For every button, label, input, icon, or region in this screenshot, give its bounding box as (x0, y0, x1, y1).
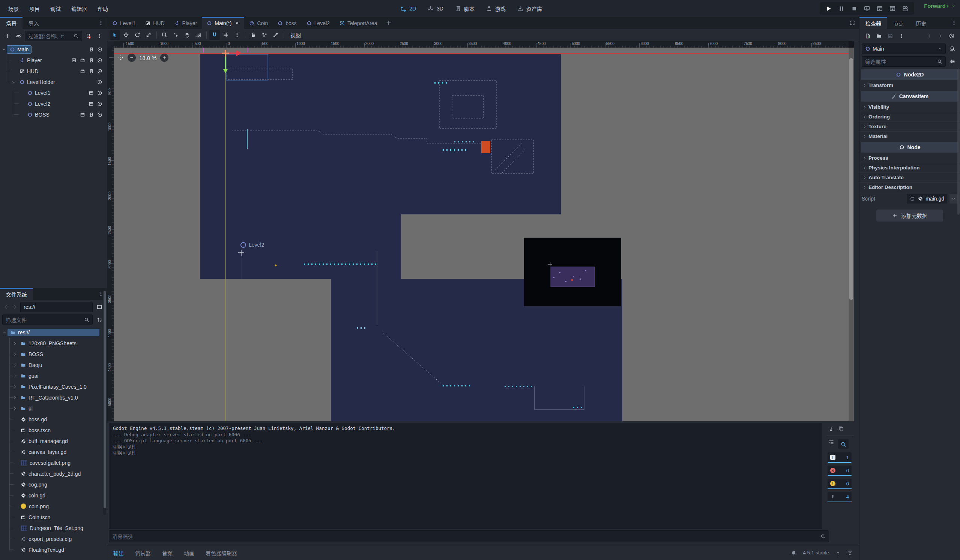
tab-import[interactable]: 导入 (22, 17, 45, 29)
scene-icon[interactable] (88, 90, 94, 96)
scene-tab-boss[interactable]: boss (273, 17, 302, 29)
bottom-tab-3[interactable]: 动画 (184, 549, 194, 557)
scene-icon[interactable] (80, 58, 85, 63)
clear-log-icon[interactable] (828, 426, 834, 432)
group-editor-description[interactable]: Editor Description (859, 183, 960, 192)
add-node-button[interactable] (2, 31, 13, 41)
fs-item-res---[interactable]: res:// (2, 327, 106, 338)
expand-arrow[interactable] (2, 47, 7, 52)
eye-icon[interactable] (97, 80, 102, 85)
fs-item-120x80-pngsheets[interactable]: 120x80_PNGSheets (2, 338, 106, 349)
fs-item-floatingtext-gd[interactable]: FloatingText.gd (2, 544, 106, 555)
workspace-脚本[interactable]: 脚本 (451, 3, 478, 14)
viewport-vertical-scrollbar[interactable] (849, 48, 854, 421)
group-process[interactable]: Process (859, 153, 960, 163)
menu-0[interactable]: 场景 (4, 3, 23, 14)
viewport-canvas[interactable]: 18.0 % Level2 (114, 48, 849, 421)
play-button[interactable] (824, 4, 834, 13)
group-visibility[interactable]: Visibility (859, 102, 960, 112)
workspace-游戏[interactable]: 游戏 (482, 3, 509, 14)
renderer-select[interactable]: Forward+ (924, 3, 955, 9)
new-resource-button[interactable] (862, 31, 873, 41)
lock-selected-button[interactable] (248, 30, 258, 40)
group-texture[interactable]: Texture (859, 122, 960, 132)
scene-icon[interactable] (88, 101, 94, 107)
scene-tree-menu-button[interactable] (94, 31, 105, 41)
edited-node-selector[interactable]: Main (862, 43, 946, 54)
expand-arrow[interactable] (2, 330, 8, 335)
expand-arrow[interactable] (12, 396, 18, 400)
rotate-tool[interactable] (132, 30, 142, 40)
scene-icon[interactable] (80, 112, 85, 117)
move-tool[interactable] (121, 30, 131, 40)
add-metadata-button[interactable]: 添加元数据 (876, 209, 943, 222)
scene-tab-level2[interactable]: Level2 (302, 17, 334, 29)
inspector-forward-button[interactable] (935, 31, 946, 41)
scene-tab-hud[interactable]: HUD (140, 17, 169, 29)
movie-maker-button[interactable] (900, 4, 910, 13)
inspector-scrollbar[interactable] (957, 69, 960, 215)
eye-icon[interactable] (97, 112, 102, 117)
scene-filter-input[interactable]: 过滤器:名称、t: (25, 31, 82, 41)
fs-item-cog-png[interactable]: cog.png (2, 479, 106, 490)
scene-tab-main[interactable]: Main(*) (202, 17, 244, 29)
eye-icon[interactable] (97, 58, 102, 63)
expand-arrow[interactable] (12, 406, 18, 411)
zoom-percent-label[interactable]: 18.0 % (139, 55, 157, 61)
filter-editor-toggle[interactable]: 4 (827, 492, 851, 502)
log-search-button[interactable] (838, 439, 849, 449)
fs-item-character-body-2d-gd[interactable]: character_body_2d.gd (2, 468, 106, 479)
workspace-3d[interactable]: 3D (424, 3, 447, 14)
zoom-out-button[interactable] (128, 54, 136, 62)
group-physics-interpolation[interactable]: Physics Interpolation (859, 163, 960, 173)
distraction-free-button[interactable] (846, 17, 859, 29)
fs-item-rf-catacombs-v1-0[interactable]: RF_Catacombs_v1.0 (2, 392, 106, 403)
filesystem-scrollbar[interactable] (103, 290, 106, 515)
load-resource-button[interactable] (874, 31, 884, 41)
scene-node-level1[interactable]: Level1 (2, 87, 106, 98)
copy-log-icon[interactable] (838, 426, 844, 432)
save-resource-button[interactable] (885, 31, 896, 41)
script-value-box[interactable]: main.gd (907, 194, 947, 204)
current-path-field[interactable]: res:// (20, 302, 93, 312)
fs-item-boss-gd[interactable]: boss.gd (2, 414, 106, 425)
scene-tab-teleportarea[interactable]: TeleportArea (334, 17, 382, 29)
list-select-tool[interactable] (160, 30, 170, 40)
expand-panel-icon[interactable] (847, 550, 853, 556)
filesystem-filter-input[interactable]: 筛选文件 (2, 314, 93, 325)
expand-arrow[interactable] (12, 341, 18, 346)
menu-4[interactable]: 帮助 (93, 3, 112, 14)
group-auto-translate[interactable]: Auto Translate (859, 173, 960, 183)
scale-tool[interactable] (143, 30, 154, 40)
center-view-icon[interactable] (117, 54, 124, 61)
scene-dock-menu-button[interactable] (95, 17, 107, 29)
inspector-history-button[interactable] (947, 31, 957, 41)
expand-arrow[interactable] (11, 80, 16, 85)
fs-item-boss-tscn[interactable]: boss.tscn (2, 425, 106, 436)
pause-button[interactable] (836, 4, 847, 13)
scene-node-main[interactable]: Main (2, 44, 106, 55)
eye-icon[interactable] (97, 47, 102, 52)
tab-scene[interactable]: 场景 (0, 17, 22, 29)
scene-tab-coin[interactable]: Coin (244, 17, 273, 29)
bottom-tab-1[interactable]: 调试器 (135, 549, 151, 557)
collapse-duplicates-icon[interactable] (828, 439, 834, 445)
fs-item-pixelfantasy-caves-1-0[interactable]: PixelFantasy_Caves_1.0 (2, 381, 106, 392)
remote-debug-button[interactable] (862, 4, 872, 13)
filter-errors-toggle[interactable]: ✕ 0 (827, 466, 851, 476)
new-scene-tab-button[interactable] (382, 17, 395, 29)
history-back-button[interactable] (2, 302, 10, 312)
property-filter-input[interactable]: 筛选属性 (862, 56, 946, 67)
group-ordering[interactable]: Ordering (859, 112, 960, 122)
expand-arrow[interactable] (12, 385, 18, 389)
history-forward-button[interactable] (11, 302, 19, 312)
group-selected-button[interactable] (259, 30, 270, 40)
editable-icon[interactable] (71, 58, 77, 63)
scene-node-boss[interactable]: BOSS (2, 109, 106, 120)
snap-options-menu[interactable] (232, 30, 242, 40)
smart-snap-toggle[interactable] (209, 30, 220, 40)
stop-button[interactable] (849, 4, 859, 13)
expand-arrow[interactable] (12, 363, 18, 367)
scene-tab-player[interactable]: Player (170, 17, 202, 29)
fs-item-coin-gd[interactable]: coin.gd (2, 490, 106, 501)
